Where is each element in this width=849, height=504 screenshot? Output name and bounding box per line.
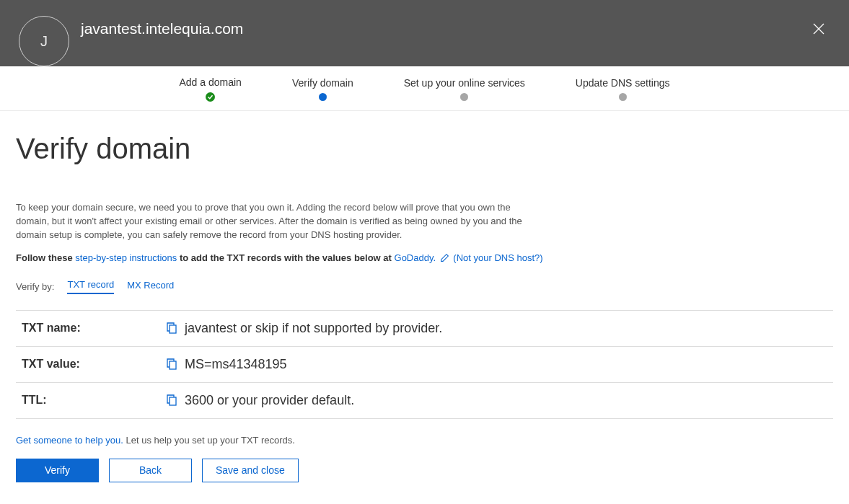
record-value: MS=ms41348195 [166,357,287,372]
record-value-text: javantest or skip if not supported by pr… [185,321,442,336]
follow-instructions-row: Follow these step-by-step instructions t… [16,252,833,265]
record-row-txt-value: TXT value: MS=ms41348195 [16,347,833,383]
copy-icon[interactable] [166,322,177,335]
record-row-ttl: TTL: 3600 or your provider default. [16,383,833,419]
tab-txt-record[interactable]: TXT record [67,279,114,294]
step-add-domain: Add a domain [179,76,241,102]
step-update-dns: Update DNS settings [576,77,670,101]
step-tracker: Add a domain Verify domain Set up your o… [0,66,849,111]
record-label: TTL: [22,394,166,407]
step-label: Set up your online services [404,77,525,89]
save-and-close-button[interactable]: Save and close [202,459,299,482]
edit-host-icon[interactable] [440,253,449,265]
record-value-text: 3600 or your provider default. [185,393,354,408]
record-value: javantest or skip if not supported by pr… [166,321,442,336]
record-row-txt-name: TXT name: javantest or skip if not suppo… [16,311,833,347]
avatar: J [19,16,69,66]
step-label: Update DNS settings [576,77,670,89]
intro-text: To keep your domain secure, we need you … [16,201,535,242]
record-label: TXT value: [22,358,166,371]
record-value-text: MS=ms41348195 [185,357,287,372]
step-label: Add a domain [179,76,241,88]
back-button[interactable]: Back [109,459,192,482]
records-table: TXT name: javantest or skip if not suppo… [16,310,833,419]
check-icon [206,92,215,102]
record-label: TXT name: [22,322,166,335]
follow-prefix: Follow these [16,252,73,263]
verify-by-label: Verify by: [16,281,54,292]
step-label: Verify domain [292,77,353,89]
avatar-initial: J [40,33,48,50]
copy-icon[interactable] [166,358,177,371]
tab-mx-record[interactable]: MX Record [127,280,174,293]
step-verify-domain: Verify domain [292,77,353,101]
verify-button[interactable]: Verify [16,459,99,482]
domain-title: javantest.intelequia.com [81,16,243,37]
pending-step-dot-icon [460,93,468,101]
not-your-host-link[interactable]: (Not your DNS host?) [453,252,542,263]
copy-icon[interactable] [166,394,177,407]
dns-host-link[interactable]: GoDaddy. [395,252,436,263]
follow-mid: to add the TXT records with the values b… [180,252,392,263]
get-help-link[interactable]: Get someone to help you. [16,435,123,446]
help-row: Get someone to help you. Let us help you… [16,435,833,446]
main-content: Verify domain To keep your domain secure… [0,111,849,482]
svg-rect-2 [170,325,176,333]
current-step-dot-icon [319,93,327,101]
verify-by-row: Verify by: TXT record MX Record [16,279,833,294]
button-row: Verify Back Save and close [16,459,833,482]
close-button[interactable] [810,20,827,37]
record-value: 3600 or your provider default. [166,393,354,408]
close-icon [812,22,825,35]
svg-rect-3 [170,361,176,369]
pending-step-dot-icon [619,93,627,101]
page-title: Verify domain [16,133,833,165]
step-by-step-link[interactable]: step-by-step instructions [75,252,177,263]
svg-rect-4 [170,397,176,405]
step-setup-services: Set up your online services [404,77,525,101]
header-bar: J javantest.intelequia.com [0,0,849,66]
help-text: Let us help you set up your TXT records. [126,435,295,446]
